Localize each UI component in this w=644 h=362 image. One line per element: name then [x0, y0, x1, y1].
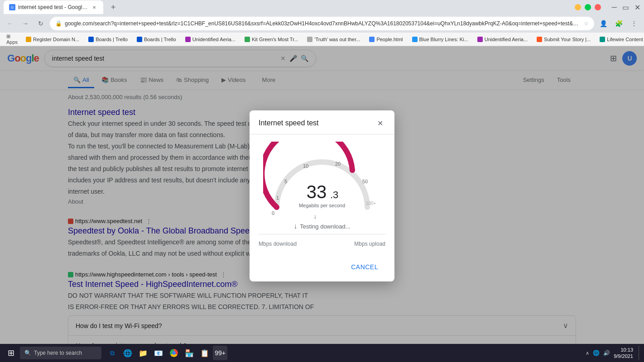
- dialog-footer: CANCEL: [250, 256, 394, 281]
- windows-start-icon: ⊞: [8, 348, 14, 358]
- close-icon[interactable]: ✕: [634, 3, 640, 12]
- bookmark-unidentified-aerial-2[interactable]: Unidentified Aeria...: [474, 34, 531, 45]
- address-bar: ← → ↻ 🔒 google.com/search?q=internet+spe…: [0, 14, 644, 33]
- taskbar-datetime[interactable]: 10:13 9/9/2021: [614, 347, 633, 360]
- bookmark-favicon-5: [245, 37, 250, 42]
- minimize-icon[interactable]: ─: [612, 3, 617, 12]
- bookmark-favicon-3: [137, 37, 142, 42]
- taskbar-app-edge[interactable]: 🌐: [120, 346, 135, 360]
- taskbar-app-extra-2[interactable]: 99+: [213, 346, 227, 360]
- dialog-body: 0 1 5 10 20 50 100+: [250, 134, 394, 256]
- mbps-upload-item: Mbps upload: [354, 240, 385, 247]
- speed-test-dialog: Internet speed test ✕ 0 1: [250, 110, 394, 281]
- bookmark-label-5: Kit Green's Most Tr...: [252, 37, 298, 42]
- back-button[interactable]: ←: [4, 17, 16, 30]
- taskbar-search-icon: 🔍: [24, 350, 31, 356]
- bookmark-boards-trello-2[interactable]: Boards | Trello: [133, 34, 180, 45]
- bookmark-boards-trello-1[interactable]: Boards | Trello: [85, 34, 131, 45]
- account-icon[interactable]: 👤: [597, 17, 610, 30]
- new-tab-button[interactable]: +: [107, 1, 120, 14]
- bookmark-label-6: 'Truth' was out ther...: [314, 37, 360, 42]
- lock-icon: 🔒: [55, 20, 62, 27]
- title-bar: G internet speed test - Google Sea... ✕ …: [0, 0, 644, 14]
- bookmark-unidentified-aerial[interactable]: Unidentified Aeria...: [182, 34, 239, 45]
- bookmark-label-8: Blue Blurry Lines: Ki...: [419, 37, 468, 42]
- mbps-upload-label: Mbps upload: [354, 241, 385, 247]
- mbps-download-label: Mbps download: [259, 241, 297, 247]
- svg-text:50: 50: [362, 179, 368, 184]
- minimize-button[interactable]: [575, 4, 581, 10]
- speed-gauge-svg: 0 1 5 10 20 50 100+: [263, 142, 381, 219]
- bookmark-label-3: Boards | Trello: [144, 37, 176, 42]
- bookmark-label-7: People.html: [376, 37, 403, 42]
- bookmarks-bar: ⊞ Apps Register Domain N... Boards | Tre…: [0, 33, 644, 46]
- tab-title: internet speed test - Google Sea...: [18, 4, 88, 10]
- start-button[interactable]: ⊞: [4, 346, 18, 360]
- taskbar-tray: ∧ 🌐 🔊 10:13 9/9/2021: [586, 346, 640, 360]
- svg-text:.3: .3: [330, 189, 338, 200]
- mbps-download-item: Mbps download: [259, 240, 297, 247]
- tray-expand-icon[interactable]: ∧: [586, 350, 589, 356]
- show-desktop-button[interactable]: [639, 346, 640, 360]
- close-window-button[interactable]: [595, 4, 601, 10]
- bookmark-lifewire[interactable]: Lifewire Content H...: [596, 34, 644, 45]
- apps-shortcut[interactable]: ⊞ Apps: [4, 33, 20, 45]
- bookmark-favicon-8: [412, 37, 418, 42]
- forward-button[interactable]: →: [19, 17, 32, 30]
- windows-controls: ─ ▭ ✕: [612, 3, 640, 12]
- taskbar: ⊞ 🔍 Type here to search ⧉ 🌐 📁 📧 🏪 📋 99+ …: [0, 344, 644, 362]
- tab-close-button[interactable]: ✕: [91, 4, 98, 11]
- dialog-header: Internet speed test ✕: [250, 110, 394, 134]
- maximize-button[interactable]: [585, 4, 591, 10]
- bookmark-label-1: Register Domain N...: [33, 37, 79, 42]
- svg-text:1: 1: [276, 195, 279, 200]
- svg-point-7: [350, 167, 355, 173]
- url-bar[interactable]: 🔒 google.com/search?q=internet+speed+tes…: [50, 17, 594, 30]
- bookmark-blue-blurry[interactable]: Blue Blurry Lines: Ki...: [409, 34, 472, 45]
- bookmark-kit-green[interactable]: Kit Green's Most Tr...: [241, 34, 302, 45]
- download-arrow-icon: ↓: [293, 222, 297, 230]
- dialog-close-button[interactable]: ✕: [375, 118, 385, 129]
- taskbar-app-extra-1[interactable]: 📋: [197, 346, 212, 360]
- bookmark-submit-story[interactable]: Submit Your Story |...: [533, 34, 594, 45]
- tray-volume-icon[interactable]: 🔊: [603, 350, 610, 356]
- bookmark-label-11: Lifewire Content H...: [607, 37, 644, 42]
- svg-text:33: 33: [307, 182, 327, 202]
- taskbar-app-task-view[interactable]: ⧉: [105, 346, 120, 360]
- bookmark-label-4: Unidentified Aeria...: [192, 37, 235, 42]
- browser-chrome: G internet speed test - Google Sea... ✕ …: [0, 0, 644, 46]
- bookmark-label-10: Submit Your Story |...: [544, 37, 591, 42]
- url-text: google.com/search?q=internet+speed+test&…: [65, 20, 581, 27]
- extensions-icon[interactable]: 🧩: [612, 17, 625, 30]
- svg-text:10: 10: [303, 163, 308, 169]
- bookmark-favicon-7: [369, 37, 375, 42]
- bookmark-register-domain[interactable]: Register Domain N...: [22, 34, 83, 45]
- bookmark-label-2: Boards | Trello: [96, 37, 128, 42]
- taskbar-app-file-explorer[interactable]: 📁: [136, 346, 150, 360]
- cancel-button[interactable]: CANCEL: [344, 260, 385, 274]
- svg-text:20: 20: [335, 161, 341, 167]
- taskbar-app-chrome[interactable]: [167, 346, 181, 360]
- refresh-button[interactable]: ↻: [34, 17, 47, 30]
- testing-label: ↓ Testing download...: [293, 222, 350, 230]
- main-content-area: Google internet speed test ✕ 🎤 🔍 ⊞ U 🔍 A…: [0, 46, 644, 346]
- bookmark-label-9: Unidentified Aeria...: [485, 37, 528, 42]
- menu-icon[interactable]: ⋮: [628, 17, 640, 30]
- gauge-container: 0 1 5 10 20 50 100+: [259, 142, 385, 230]
- restore-icon[interactable]: ▭: [622, 3, 629, 12]
- browser-toolbar-right: 👤 🧩 ⋮: [597, 17, 640, 30]
- bookmark-people[interactable]: People.html: [365, 34, 406, 45]
- taskbar-date-display: 9/9/2021: [614, 353, 633, 359]
- tray-network-icon[interactable]: 🌐: [593, 350, 600, 356]
- taskbar-search-box[interactable]: 🔍 Type here to search: [20, 347, 101, 359]
- taskbar-app-mail[interactable]: 📧: [151, 346, 166, 360]
- bookmark-favicon-1: [26, 37, 31, 42]
- active-tab[interactable]: G internet speed test - Google Sea... ✕: [4, 0, 103, 14]
- taskbar-time-display: 10:13: [614, 347, 633, 353]
- bookmark-truth[interactable]: 'Truth' was out ther...: [303, 34, 364, 45]
- taskbar-search-placeholder: Type here to search: [34, 350, 82, 356]
- bookmark-icon[interactable]: ☆: [584, 20, 589, 27]
- bookmark-favicon-6: [307, 37, 312, 42]
- taskbar-app-store[interactable]: 🏪: [182, 346, 197, 360]
- testing-status-text: Testing download...: [300, 223, 350, 230]
